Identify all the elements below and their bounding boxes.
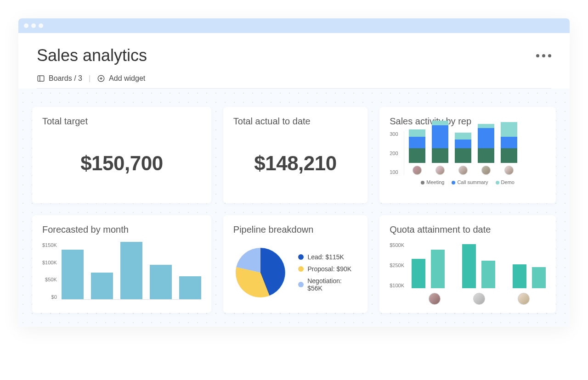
pie-chart [233, 245, 288, 300]
card-title: Pipeline breakdown [233, 224, 357, 235]
page-header: Sales analytics Boards / 3 | Add widget [18, 33, 570, 89]
avatar [481, 166, 491, 175]
dashboard-content: Total target $150,700 Total actual to da… [18, 89, 570, 327]
pie-legend: Lead: $115K Proposal: $90K Negotiation: … [298, 253, 357, 292]
svg-rect-0 [38, 76, 44, 81]
bar-chart [62, 242, 201, 300]
toolbar-separator: | [89, 74, 90, 83]
card-total-actual[interactable]: Total actual to date $148,210 [223, 107, 368, 203]
card-title: Total target [42, 116, 201, 127]
window-control-dot[interactable] [24, 23, 28, 28]
card-title: Sales activity by rep [390, 116, 546, 127]
app-window: Sales analytics Boards / 3 | Add widget … [18, 18, 570, 327]
avatar [413, 166, 422, 175]
chart-legend: Meeting Call summary Demo [390, 179, 546, 185]
avatar [458, 166, 468, 175]
avatar [435, 166, 445, 175]
plus-circle-icon [97, 74, 105, 83]
avatar [518, 293, 530, 305]
chart-y-axis: $500K $250K $100K [390, 242, 404, 288]
card-title: Quota attainment to date [390, 224, 546, 235]
total-actual-value: $148,210 [233, 131, 357, 195]
rep-avatars [390, 293, 546, 305]
avatar [473, 293, 485, 305]
window-control-dot[interactable] [31, 23, 36, 28]
total-target-value: $150,700 [42, 131, 201, 195]
bar-chart [409, 242, 546, 288]
more-menu-button[interactable] [536, 54, 551, 57]
card-title: Total actual to date [233, 116, 357, 127]
avatar [429, 293, 441, 305]
stacked-bar-chart [404, 131, 546, 175]
card-pipeline[interactable]: Pipeline breakdown Lead: $115K Proposal:… [223, 215, 368, 313]
toolbar: Boards / 3 | Add widget [37, 74, 551, 89]
chart-y-axis: 300 200 100 [390, 131, 400, 175]
add-widget-label: Add widget [109, 74, 145, 83]
chart-y-axis: $150K $100K $50K $0 [42, 242, 57, 300]
card-quota[interactable]: Quota attainment to date $500K $250K $10… [379, 215, 556, 313]
card-forecasted[interactable]: Forecasted by month $150K $100K $50K $0 [32, 215, 211, 313]
window-control-dot[interactable] [39, 23, 43, 28]
card-sales-activity[interactable]: Sales activity by rep 300 200 100 Meetin… [379, 107, 556, 203]
page-title: Sales analytics [37, 46, 147, 65]
avatar [504, 166, 514, 175]
add-widget-button[interactable]: Add widget [97, 74, 145, 83]
boards-label: Boards / 3 [49, 74, 82, 83]
boards-icon [37, 74, 45, 83]
card-title: Forecasted by month [42, 224, 201, 235]
boards-selector[interactable]: Boards / 3 [37, 74, 82, 83]
card-total-target[interactable]: Total target $150,700 [32, 107, 211, 203]
window-titlebar [18, 18, 570, 33]
